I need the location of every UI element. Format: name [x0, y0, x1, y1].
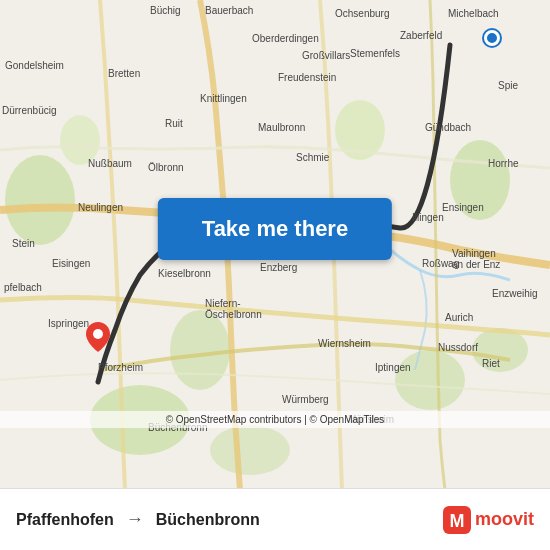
map-container: Gondelsheim Büchig Bauerbach Ochsenburg … — [0, 0, 550, 490]
moovit-brand-text: moovit — [475, 509, 534, 530]
svg-point-6 — [395, 350, 465, 410]
svg-text:M: M — [449, 511, 464, 531]
svg-point-5 — [170, 310, 230, 390]
destination-marker — [484, 30, 500, 46]
svg-point-10 — [93, 329, 103, 339]
from-location: Pfaffenhofen — [16, 511, 114, 529]
svg-point-7 — [60, 115, 100, 165]
take-me-there-button[interactable]: Take me there — [158, 198, 392, 260]
svg-point-2 — [450, 140, 510, 220]
arrow-icon: → — [126, 509, 144, 530]
svg-point-9 — [210, 425, 290, 475]
origin-marker — [86, 322, 110, 352]
moovit-icon: M — [443, 506, 471, 534]
map-attribution: © OpenStreetMap contributors | © OpenMap… — [0, 411, 550, 428]
bottom-bar: Pfaffenhofen → Büchenbronn M moovit — [0, 488, 550, 550]
moovit-logo: M moovit — [443, 506, 534, 534]
svg-point-1 — [5, 155, 75, 245]
to-location: Büchenbronn — [156, 511, 260, 529]
